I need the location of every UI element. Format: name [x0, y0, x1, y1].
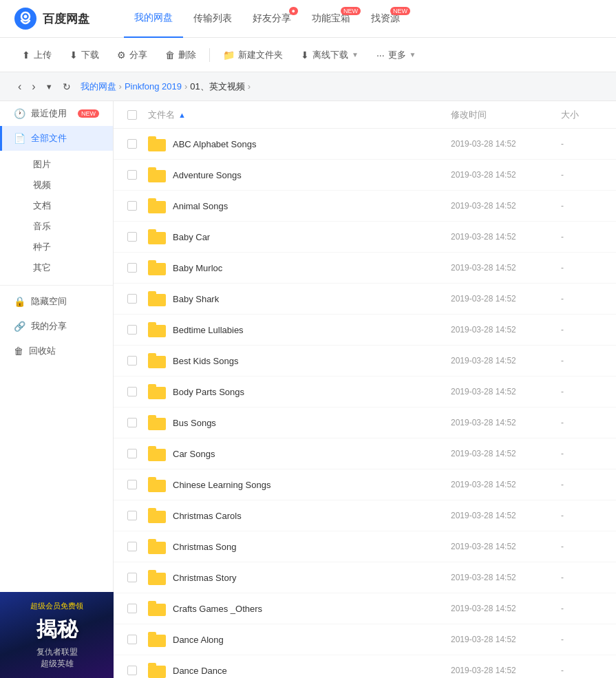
- row-checkbox[interactable]: [127, 294, 137, 304]
- row-name-col: ABC Alphabet Songs: [148, 136, 451, 151]
- table-row[interactable]: Christmas Story 2019-03-28 14:52 -: [114, 562, 616, 593]
- table-row[interactable]: Baby Shark 2019-03-28 14:52 -: [114, 284, 616, 315]
- sidebar-item-my-share[interactable]: 🔗 我的分享: [0, 314, 113, 339]
- nav-forward-button[interactable]: ›: [28, 78, 39, 95]
- row-checkbox[interactable]: [127, 418, 137, 427]
- row-checkbox[interactable]: [127, 604, 137, 613]
- recent-icon: 🕐: [14, 108, 25, 119]
- header-name-col[interactable]: 文件名 ▲: [148, 109, 451, 121]
- table-row[interactable]: Car Songs 2019-03-28 14:52 -: [114, 438, 616, 469]
- logo[interactable]: 百度网盘: [14, 7, 89, 30]
- nav-back-button[interactable]: ‹: [14, 78, 25, 95]
- sidebar-item-others[interactable]: 其它: [26, 257, 113, 278]
- table-row[interactable]: Chinese Learning Songs 2019-03-28 14:52 …: [114, 469, 616, 500]
- table-row[interactable]: Bus Songs 2019-03-28 14:52 -: [114, 407, 616, 438]
- row-name-col: Dance Dance: [148, 663, 451, 678]
- table-row[interactable]: Bedtime Lullabies 2019-03-28 14:52 -: [114, 315, 616, 346]
- share-button[interactable]: ⚙ 分享: [109, 45, 156, 65]
- row-checkbox[interactable]: [127, 387, 137, 396]
- file-name: Crafts Games _Others: [173, 604, 262, 614]
- row-checkbox[interactable]: [127, 449, 137, 458]
- sidebar-item-all-files[interactable]: 📄 全部文件: [0, 126, 113, 151]
- row-name-col: Chinese Learning Songs: [148, 477, 451, 492]
- sidebar-item-trash[interactable]: 🗑 回收站: [0, 339, 113, 363]
- table-row[interactable]: Animal Songs 2019-03-28 14:52 -: [114, 191, 616, 222]
- table-row[interactable]: Dance Dance 2019-03-28 14:52 -: [114, 655, 616, 678]
- breadcrumb-root[interactable]: 我的网盘: [81, 81, 116, 93]
- row-check-col: [127, 418, 148, 427]
- row-size-col: -: [561, 356, 602, 366]
- delete-button[interactable]: 🗑 删除: [157, 45, 204, 65]
- sidebar-item-photos[interactable]: 图片: [26, 154, 113, 175]
- sidebar-divider: [0, 285, 113, 286]
- row-checkbox[interactable]: [127, 480, 137, 489]
- header-checkbox[interactable]: [127, 110, 137, 120]
- all-files-icon: 📄: [14, 133, 25, 144]
- sidebar-sub-items: 图片 视频 文档 音乐 种子 其它: [0, 151, 113, 282]
- folder-icon: [148, 353, 166, 368]
- folder-icon: [148, 260, 166, 275]
- sidebar-item-videos[interactable]: 视频: [26, 175, 113, 195]
- table-row[interactable]: Christmas Carols 2019-03-28 14:52 -: [114, 500, 616, 531]
- sidebar-item-hidden[interactable]: 🔒 隐藏空间: [0, 289, 113, 314]
- nav-item-friends[interactable]: 好友分享 ●: [242, 0, 301, 38]
- row-size-col: -: [561, 480, 602, 489]
- file-name: Bedtime Lullabies: [173, 325, 244, 335]
- row-check-col: [127, 666, 148, 675]
- table-row[interactable]: Baby Murloc 2019-03-28 14:52 -: [114, 253, 616, 284]
- file-rows-container: ABC Alphabet Songs 2019-03-28 14:52 - Ad…: [114, 129, 616, 678]
- row-checkbox[interactable]: [127, 139, 137, 149]
- upload-button[interactable]: ⬆ 上传: [14, 45, 60, 65]
- table-row[interactable]: Best Kids Songs 2019-03-28 14:52 -: [114, 346, 616, 377]
- table-row[interactable]: Crafts Games _Others 2019-03-28 14:52 -: [114, 593, 616, 624]
- row-checkbox[interactable]: [127, 511, 137, 520]
- nav-item-tools[interactable]: 功能宝箱 NEW: [301, 0, 361, 38]
- row-checkbox[interactable]: [127, 325, 137, 335]
- row-checkbox[interactable]: [127, 170, 137, 180]
- tools-badge: NEW: [341, 7, 361, 15]
- row-checkbox[interactable]: [127, 573, 137, 582]
- nav-item-my-disk[interactable]: 我的网盘: [124, 0, 183, 38]
- offline-download-button[interactable]: ⬇ 离线下载 ▼: [293, 45, 367, 65]
- breadcrumb-folder2[interactable]: 01、英文视频: [190, 81, 244, 93]
- table-row[interactable]: Baby Car 2019-03-28 14:52 -: [114, 222, 616, 253]
- row-checkbox[interactable]: [127, 635, 137, 644]
- logo-icon: [14, 7, 37, 30]
- row-size-col: -: [561, 263, 602, 273]
- sidebar-item-docs[interactable]: 文档: [26, 195, 113, 216]
- sidebar-item-music[interactable]: 音乐: [26, 216, 113, 237]
- sidebar-item-recent[interactable]: 🕐 最近使用 NEW: [0, 101, 113, 126]
- nav-dropdown-button[interactable]: ▼: [42, 81, 56, 93]
- row-checkbox[interactable]: [127, 263, 137, 273]
- table-row[interactable]: Dance Along 2019-03-28 14:52 -: [114, 624, 616, 655]
- table-row[interactable]: Adventure Songs 2019-03-28 14:52 -: [114, 160, 616, 191]
- row-name-col: Christmas Song: [148, 539, 451, 554]
- new-folder-button[interactable]: 📁 新建文件夹: [215, 45, 291, 65]
- folder-icon: [148, 229, 166, 244]
- file-name: Car Songs: [173, 449, 215, 459]
- nav-refresh-button[interactable]: ↻: [59, 79, 75, 94]
- breadcrumb-folder1[interactable]: Pinkfong 2019: [125, 81, 182, 92]
- breadcrumb-path: 我的网盘 › Pinkfong 2019 › 01、英文视频 ›: [81, 81, 251, 93]
- more-button[interactable]: ··· 更多 ▼: [368, 45, 425, 65]
- table-row[interactable]: Christmas Song 2019-03-28 14:52 -: [114, 531, 616, 562]
- row-checkbox[interactable]: [127, 666, 137, 675]
- file-name: Dance Along: [173, 635, 224, 645]
- ad-banner[interactable]: 超级会员免费领 揭秘 复仇者联盟 超级英雄: [0, 592, 114, 678]
- folder-icon: [148, 539, 166, 554]
- table-row[interactable]: Body Parts Songs 2019-03-28 14:52 -: [114, 377, 616, 407]
- table-row[interactable]: ABC Alphabet Songs 2019-03-28 14:52 -: [114, 129, 616, 160]
- folder-icon: [148, 632, 166, 647]
- row-checkbox[interactable]: [127, 201, 137, 211]
- row-name-col: Dance Along: [148, 632, 451, 647]
- nav-item-transfer[interactable]: 传输列表: [183, 0, 242, 38]
- ad-top-text: 超级会员免费领: [30, 601, 83, 611]
- row-checkbox[interactable]: [127, 232, 137, 242]
- file-name: Christmas Story: [173, 573, 236, 583]
- download-button[interactable]: ⬇ 下载: [61, 45, 107, 65]
- row-checkbox[interactable]: [127, 542, 137, 551]
- row-checkbox[interactable]: [127, 356, 137, 366]
- nav-item-resources[interactable]: 找资源 NEW: [361, 0, 410, 38]
- file-name: Baby Shark: [173, 294, 219, 304]
- sidebar-item-seeds[interactable]: 种子: [26, 237, 113, 257]
